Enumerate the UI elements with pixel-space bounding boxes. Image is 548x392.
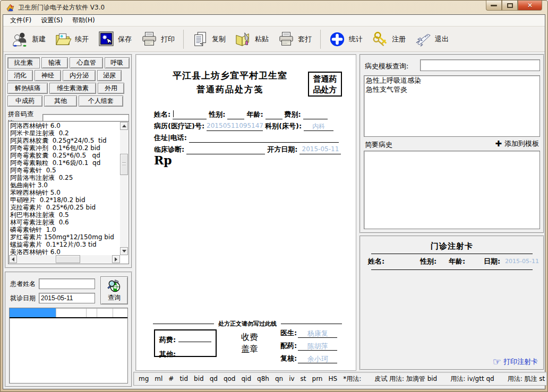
vertical-scrollbar[interactable] xyxy=(120,122,128,255)
status-token[interactable]: iv xyxy=(289,375,294,382)
menu-settings[interactable]: 设置(S) xyxy=(36,14,67,27)
open-button[interactable]: 续开 xyxy=(50,30,93,49)
scroll-up-button[interactable] xyxy=(120,122,128,130)
other-fee-field[interactable] xyxy=(178,347,211,356)
grid-header-cell[interactable] xyxy=(97,308,113,317)
paste-button[interactable]: 粘贴 xyxy=(230,30,273,49)
category-other[interactable]: 其他 xyxy=(44,95,77,107)
new-button[interactable]: 新建 xyxy=(7,30,50,49)
copy-button[interactable]: 复制 xyxy=(187,30,230,49)
status-token[interactable]: mg xyxy=(139,375,149,382)
close-button[interactable]: ✕ xyxy=(518,1,542,11)
grid-header-cell[interactable] xyxy=(113,308,127,317)
scroll-down-button[interactable] xyxy=(120,247,128,255)
drug-list-item[interactable]: 克拉霉素片 0.25*6/0.25 bid xyxy=(9,204,120,211)
status-token[interactable]: *用法: xyxy=(343,374,361,384)
status-token[interactable]: prn xyxy=(312,375,323,382)
menu-file[interactable]: 文件(F) xyxy=(5,14,36,27)
status-token[interactable]: 用法: iv/gtt qd xyxy=(450,374,494,384)
exit-button[interactable]: 退出 xyxy=(410,30,453,49)
diagnosis-field[interactable] xyxy=(186,145,265,154)
drug-list-item[interactable]: 阿奇霉素冲剂 0.1*6包/0.2 bid xyxy=(9,144,120,152)
category-neuro[interactable]: 神经 xyxy=(35,70,61,81)
grid-header-cell-selected[interactable] xyxy=(10,308,56,317)
grid-header-cell[interactable] xyxy=(56,308,87,317)
print-injection-card-link[interactable]: ☞ 打印注射卡 xyxy=(493,357,538,367)
status-token[interactable]: qd xyxy=(210,375,218,382)
drug-list-item[interactable]: 螺旋霉素片 0.1*12片/0.3 tid xyxy=(9,241,120,248)
drug-list-item[interactable]: 阿奇霉素胶囊 0.25*6/0.5 qd xyxy=(9,152,120,159)
patient-name-input[interactable] xyxy=(39,278,95,289)
horizontal-scrollbar[interactable] xyxy=(9,255,120,263)
status-token[interactable]: qn xyxy=(275,375,283,382)
history-query-input[interactable] xyxy=(420,59,540,71)
grid-header-cell[interactable] xyxy=(87,308,97,317)
status-token[interactable]: qid xyxy=(241,375,251,382)
department-field[interactable]: 内科 xyxy=(304,122,333,131)
drug-list-item[interactable]: 磷霉素钠针 1.0 xyxy=(9,226,120,233)
status-token[interactable]: bid xyxy=(194,375,204,382)
status-token[interactable]: q8h xyxy=(257,375,269,382)
brief-history-textarea[interactable] xyxy=(364,151,540,229)
template-item[interactable]: 急性上呼吸道感染 xyxy=(364,76,540,85)
minimize-button[interactable] xyxy=(486,1,502,11)
category-digestive[interactable]: 消化 xyxy=(7,70,33,81)
status-token[interactable]: st xyxy=(301,375,306,382)
add-to-template-link[interactable]: ✚ 添加到模板 xyxy=(495,139,539,149)
scroll-left-button[interactable] xyxy=(9,255,17,263)
category-personal-set[interactable]: 个人组套 xyxy=(79,95,123,107)
fee-field[interactable] xyxy=(178,333,211,342)
age-field[interactable] xyxy=(266,110,282,119)
query-button[interactable]: 查询 xyxy=(100,276,128,304)
checker-name[interactable]: 余小珂 xyxy=(298,354,337,363)
stats-button[interactable]: 统计 xyxy=(324,30,367,49)
category-infusion[interactable]: 输液 xyxy=(41,57,68,68)
title-bar[interactable]: 卫生所门诊电子处方软件 V3.0 xyxy=(3,1,545,14)
category-endocrine[interactable]: 内分泌 xyxy=(63,70,96,81)
category-topical[interactable]: 外用 xyxy=(98,83,124,94)
category-antibiotics[interactable]: 抗生素 xyxy=(7,57,40,68)
dispenser-name[interactable]: 陈胡萍 xyxy=(298,342,337,351)
status-token[interactable]: ml xyxy=(155,375,162,382)
rx-date-field[interactable]: 2015-05-11 xyxy=(299,145,341,154)
drug-list-item[interactable]: 罗红霉素片 150mg*12/150mg bid xyxy=(9,233,120,241)
category-respiratory[interactable]: 呼吸 xyxy=(105,57,130,68)
drug-list-item[interactable]: 林可霉素注射液 0.6 xyxy=(9,219,120,226)
category-cardio[interactable]: 心血管 xyxy=(70,57,103,68)
drug-list-item[interactable]: 阿莫西林胶囊 0.25g*24/0.5 tid xyxy=(9,137,120,144)
horizontal-scroll-thumb[interactable] xyxy=(56,255,80,263)
drug-list-item[interactable]: 阿洛西林钠针 6.0 xyxy=(9,122,120,129)
drug-list-item[interactable]: 甲硝唑片 0.2*18/0.2 bid xyxy=(9,196,120,204)
status-token[interactable]: 皮试 用法: 加滴管 bid xyxy=(374,374,437,384)
drug-list-item[interactable]: 美洛西林钠针 6.0 xyxy=(9,248,120,255)
register-button[interactable]: 注册 xyxy=(367,30,410,49)
category-antipyretic[interactable]: 解热镇痛 xyxy=(7,83,48,94)
name-field[interactable] xyxy=(173,110,207,119)
drug-list-item[interactable]: 苯唑西林钠针 5.0 xyxy=(9,189,120,196)
address-phone-field[interactable] xyxy=(189,134,339,143)
maximize-button[interactable] xyxy=(502,1,518,11)
status-token[interactable]: qod xyxy=(224,375,236,382)
save-button[interactable]: 保存 xyxy=(93,30,136,49)
status-token[interactable]: # xyxy=(168,375,174,382)
category-vitamin-hormone[interactable]: 维生素激素 xyxy=(49,83,96,94)
category-urinary[interactable]: 泌尿 xyxy=(97,70,122,81)
doctor-name[interactable]: 杨康复 xyxy=(298,329,337,338)
template-item[interactable]: 急性支气管炎 xyxy=(364,85,540,94)
drug-list-item[interactable]: 氨曲南针 3.0 xyxy=(9,181,120,189)
overprint-button[interactable]: 套打 xyxy=(273,30,316,49)
drug-list-item[interactable]: 利巴韦林注射液 0.5 xyxy=(9,211,120,219)
drug-list-item[interactable]: 阿奇霉素颗粒 0.1*6袋/0.1 qd xyxy=(9,159,120,167)
status-token[interactable]: tid xyxy=(179,375,188,382)
record-no-field[interactable]: 20150511095147 xyxy=(207,122,263,131)
drug-list-item[interactable]: 阿奇霉素针 0.5 xyxy=(9,167,120,174)
print-button[interactable]: 打印 xyxy=(136,30,179,49)
category-tcm[interactable]: 中成药 xyxy=(7,95,42,107)
fee-type-field[interactable] xyxy=(303,110,328,119)
drug-list-item[interactable]: 阿米卡星注射液 0.2 xyxy=(9,129,120,137)
drug-list-item[interactable]: 阿昔洛韦注射液 0.25 xyxy=(9,174,120,181)
menu-help[interactable]: 帮助(H) xyxy=(67,14,99,27)
scroll-right-button[interactable] xyxy=(112,255,120,263)
visit-date-input[interactable] xyxy=(39,293,95,303)
gender-field[interactable] xyxy=(227,110,244,119)
